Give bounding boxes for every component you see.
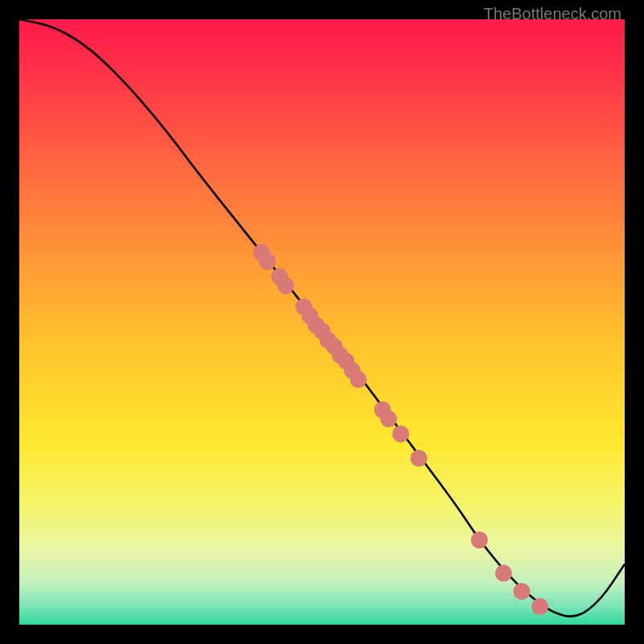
data-marker xyxy=(471,531,488,548)
data-marker xyxy=(259,253,276,270)
chart-frame: TheBottleneck.com xyxy=(0,0,644,644)
data-marker xyxy=(380,411,397,427)
data-marker xyxy=(277,277,294,294)
data-marker xyxy=(531,598,548,615)
data-marker xyxy=(495,565,512,582)
data-marker xyxy=(350,371,367,388)
data-marker xyxy=(411,450,427,467)
curve-layer xyxy=(19,19,625,625)
bottleneck-curve xyxy=(19,19,625,617)
data-marker xyxy=(392,426,409,443)
plot-area xyxy=(19,19,625,625)
data-marker xyxy=(514,583,530,600)
markers-group xyxy=(253,244,548,615)
